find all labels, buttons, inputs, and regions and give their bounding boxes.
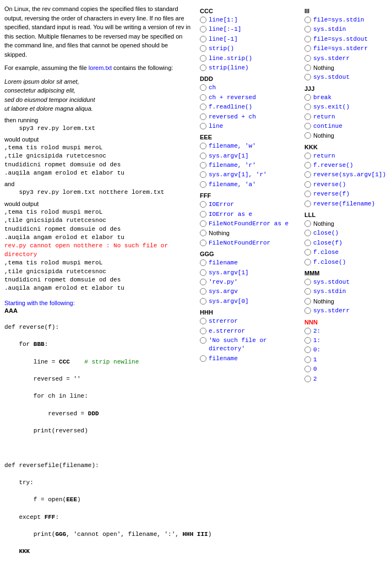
- ggg-option-4[interactable]: sys.argv: [200, 288, 304, 296]
- jjj-radio-1[interactable]: [304, 94, 311, 101]
- lll-radio-1[interactable]: [304, 220, 311, 227]
- ggg-radio-5[interactable]: [200, 298, 206, 305]
- ddd-radio-2[interactable]: [200, 94, 206, 101]
- kkk-option-1[interactable]: return: [304, 152, 388, 160]
- fff-radio-3[interactable]: [200, 220, 206, 227]
- hhh-option-3[interactable]: 'No such file or directory': [200, 337, 304, 354]
- nnn-radio-4[interactable]: [304, 356, 311, 363]
- iii-radio-1[interactable]: [304, 17, 311, 23]
- ccc-option-5[interactable]: line.strip(): [200, 55, 304, 63]
- iii-option-3[interactable]: file=sys.stdout: [304, 35, 388, 44]
- fff-option-5[interactable]: FileNotFoundError: [200, 239, 304, 247]
- ggg-option-3[interactable]: 'rev.py': [200, 278, 304, 286]
- nnn-option-3[interactable]: 0:: [304, 346, 388, 354]
- ccc-radio-3[interactable]: [200, 36, 206, 42]
- fff-option-4[interactable]: Nothing: [200, 229, 304, 237]
- hhh-radio-3[interactable]: [200, 337, 206, 344]
- hhh-radio-1[interactable]: [200, 318, 206, 324]
- ccc-option-1[interactable]: line[1:]: [200, 16, 304, 24]
- mmm-option-4[interactable]: sys.stderr: [304, 307, 388, 315]
- iii-option-1[interactable]: file=sys.stdin: [304, 16, 388, 24]
- ddd-option-2[interactable]: ch + reversed: [200, 94, 304, 102]
- ggg-radio-4[interactable]: [200, 288, 206, 295]
- kkk-option-3[interactable]: reverse(sys.argv[1]): [304, 171, 388, 179]
- hhh-option-2[interactable]: e.strerror: [200, 327, 304, 335]
- nnn-radio-3[interactable]: [304, 346, 311, 353]
- fff-radio-2[interactable]: [200, 211, 206, 218]
- nnn-radio-2[interactable]: [304, 337, 311, 344]
- hhh-radio-4[interactable]: [200, 355, 206, 362]
- iii-radio-6[interactable]: [304, 64, 311, 71]
- ggg-radio-2[interactable]: [200, 269, 206, 276]
- nnn-option-2[interactable]: 1:: [304, 337, 388, 345]
- ggg-radio-3[interactable]: [200, 279, 206, 285]
- nnn-option-6[interactable]: 2: [304, 375, 388, 383]
- eee-option-2[interactable]: sys.argv[1]: [200, 152, 304, 160]
- fff-radio-4[interactable]: [200, 230, 206, 236]
- hhh-option-1[interactable]: strerror: [200, 317, 304, 326]
- mmm-radio-1[interactable]: [304, 279, 311, 285]
- iii-radio-3[interactable]: [304, 36, 311, 42]
- jjj-option-5[interactable]: Nothing: [304, 132, 388, 140]
- ccc-option-2[interactable]: line[:-1]: [200, 25, 304, 34]
- mmm-radio-2[interactable]: [304, 288, 311, 295]
- eee-option-1[interactable]: filename, 'w': [200, 142, 304, 150]
- ccc-option-3[interactable]: line[-1]: [200, 35, 304, 44]
- lll-radio-4[interactable]: [304, 249, 311, 256]
- nnn-radio-1[interactable]: [304, 328, 311, 334]
- mmm-option-2[interactable]: sys.stdin: [304, 288, 388, 296]
- iii-option-2[interactable]: sys.stdin: [304, 25, 388, 34]
- ddd-option-4[interactable]: reversed + ch: [200, 113, 304, 121]
- jjj-option-2[interactable]: sys.exit(): [304, 103, 388, 111]
- iii-option-4[interactable]: file=sys.stderr: [304, 45, 388, 53]
- iii-option-7[interactable]: sys.stdout: [304, 73, 388, 82]
- ddd-option-1[interactable]: ch: [200, 84, 304, 92]
- jjj-option-1[interactable]: break: [304, 94, 388, 102]
- eee-radio-1[interactable]: [200, 143, 206, 149]
- lll-option-5[interactable]: f.close(): [304, 258, 388, 267]
- eee-radio-4[interactable]: [200, 171, 206, 178]
- nnn-option-4[interactable]: 1: [304, 356, 388, 364]
- ddd-option-5[interactable]: line: [200, 122, 304, 131]
- ddd-option-3[interactable]: f.readline(): [200, 103, 304, 111]
- mmm-option-3[interactable]: Nothing: [304, 297, 388, 306]
- eee-radio-5[interactable]: [200, 181, 206, 188]
- iii-option-5[interactable]: sys.stderr: [304, 55, 388, 63]
- ccc-radio-1[interactable]: [200, 17, 206, 23]
- fff-option-2[interactable]: IOError as e: [200, 210, 304, 219]
- kkk-radio-4[interactable]: [304, 181, 311, 188]
- ccc-radio-2[interactable]: [200, 26, 206, 32]
- iii-option-6[interactable]: Nothing: [304, 64, 388, 72]
- lll-option-1[interactable]: Nothing: [304, 220, 388, 228]
- jjj-radio-5[interactable]: [304, 132, 311, 139]
- iii-radio-2[interactable]: [304, 26, 311, 32]
- fff-radio-1[interactable]: [200, 201, 206, 208]
- mmm-option-1[interactable]: sys.stdout: [304, 278, 388, 286]
- ccc-radio-6[interactable]: [200, 64, 206, 71]
- lll-radio-3[interactable]: [304, 240, 311, 246]
- lll-option-3[interactable]: close(f): [304, 239, 388, 247]
- iii-radio-7[interactable]: [304, 74, 311, 80]
- jjj-option-3[interactable]: return: [304, 113, 388, 121]
- fff-option-1[interactable]: IOError: [200, 200, 304, 209]
- ddd-radio-3[interactable]: [200, 104, 206, 110]
- ccc-radio-4[interactable]: [200, 45, 206, 52]
- kkk-option-2[interactable]: f.reverse(): [304, 161, 388, 170]
- jjj-radio-4[interactable]: [304, 123, 311, 129]
- kkk-radio-1[interactable]: [304, 153, 311, 159]
- kkk-radio-2[interactable]: [304, 162, 311, 169]
- iii-radio-5[interactable]: [304, 55, 311, 62]
- ccc-option-6[interactable]: strip(line): [200, 64, 304, 72]
- eee-option-3[interactable]: filename, 'r': [200, 161, 304, 170]
- kkk-radio-5[interactable]: [304, 191, 311, 197]
- kkk-radio-3[interactable]: [304, 171, 311, 178]
- ccc-option-4[interactable]: strip(): [200, 45, 304, 53]
- ddd-radio-1[interactable]: [200, 84, 206, 91]
- mmm-radio-3[interactable]: [304, 298, 311, 305]
- lll-option-2[interactable]: close(): [304, 229, 388, 237]
- ggg-option-2[interactable]: sys.argv[1]: [200, 269, 304, 277]
- lll-radio-5[interactable]: [304, 259, 311, 265]
- eee-radio-2[interactable]: [200, 153, 206, 159]
- jjj-radio-2[interactable]: [304, 104, 311, 110]
- lll-option-4[interactable]: f.close: [304, 248, 388, 257]
